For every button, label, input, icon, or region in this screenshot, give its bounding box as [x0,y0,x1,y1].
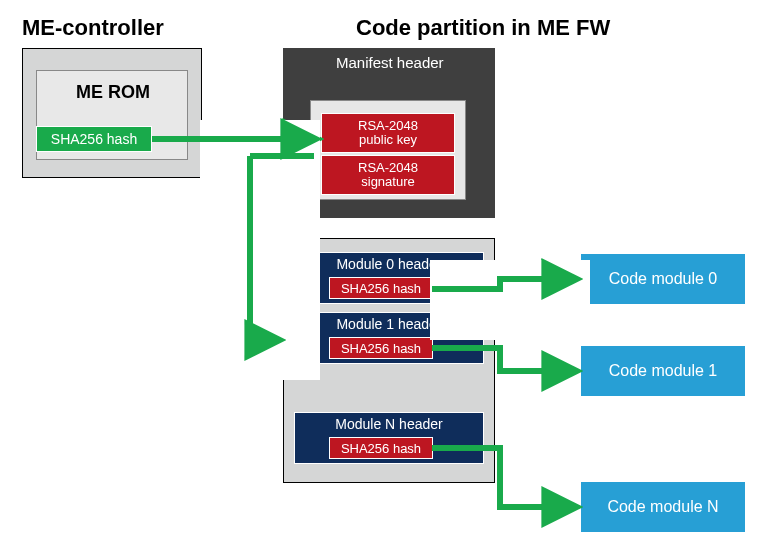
module0-hash-text: SHA256 hash [341,281,421,296]
manifest-signature: RSA-2048 signature [321,155,455,195]
moduleN-hash: SHA256 hash [329,437,433,459]
module1-hash: SHA256 hash [329,337,433,359]
title-right: Code partition in ME FW [356,15,610,41]
manifest-signature-text: RSA-2048 signature [358,161,418,190]
code-module-0: Code module 0 [581,254,745,304]
moduleN-header-label: Module N header [295,413,483,432]
code-module-N: Code module N [581,482,745,532]
module0-header: Module 0 header SHA256 hash [294,252,484,304]
module0-header-label: Module 0 header [295,253,483,272]
manifest-title: Manifest header [336,54,444,71]
me-rom-label: ME ROM [76,82,150,103]
moduleN-hash-text: SHA256 hash [341,441,421,456]
code-module-1-label: Code module 1 [609,362,718,380]
module1-header: Module 1 header SHA256 hash [294,312,484,364]
code-module-1: Code module 1 [581,346,745,396]
title-left: ME-controller [22,15,164,41]
code-module-N-label: Code module N [607,498,718,516]
code-module-0-label: Code module 0 [609,270,718,288]
arrow-manifest-to-modules [247,156,278,340]
module1-header-label: Module 1 header [295,313,483,332]
me-rom-hash-text: SHA256 hash [51,131,137,147]
me-rom-hash: SHA256 hash [36,126,152,152]
moduleN-header: Module N header SHA256 hash [294,412,484,464]
manifest-pubkey: RSA-2048 public key [321,113,455,153]
manifest-pubkey-text: RSA-2048 public key [358,119,418,148]
module1-hash-text: SHA256 hash [341,341,421,356]
module0-hash: SHA256 hash [329,277,433,299]
